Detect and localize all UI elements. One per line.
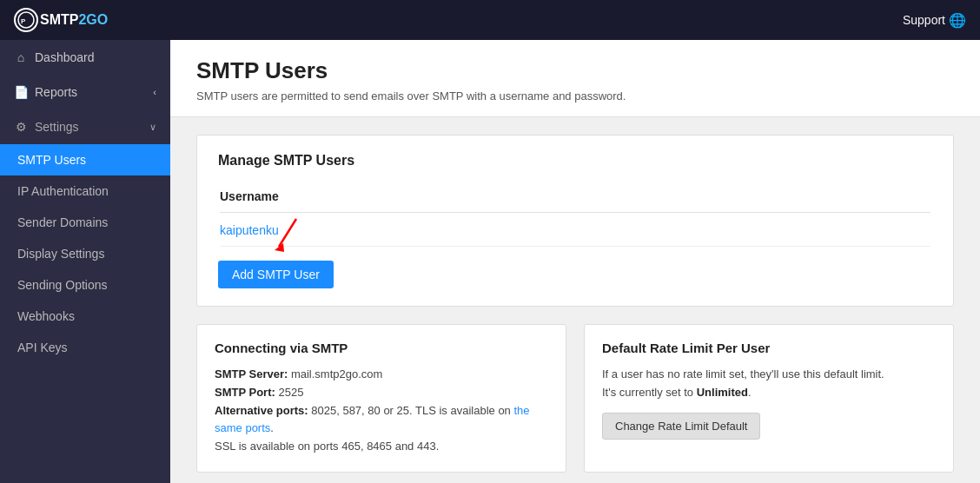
page-subtitle: SMTP users are permitted to send emails …: [196, 89, 954, 103]
svg-text:P: P: [21, 17, 26, 25]
support-label: Support: [903, 13, 945, 27]
support-link[interactable]: Support 🌐: [903, 12, 966, 29]
logo-text: SMTP2GO: [40, 12, 108, 28]
sidebar-label-sending-options: Sending Options: [17, 278, 108, 292]
sidebar-item-reports[interactable]: 📄 Reports ‹: [0, 75, 170, 109]
top-nav: P SMTP2GO Support 🌐: [0, 0, 980, 40]
sidebar: ⌂ Dashboard 📄 Reports ‹ ⚙ Settings ∨ SMT…: [0, 40, 170, 483]
col-username: Username: [220, 184, 930, 213]
sidebar-label-reports: Reports: [35, 85, 77, 99]
table-row: kaiputenku: [220, 215, 930, 247]
settings-icon: ⚙: [14, 120, 28, 134]
server-value: mail.smtp2go.com: [291, 367, 382, 380]
manage-users-title: Manage SMTP Users: [218, 153, 932, 169]
sidebar-item-smtp-users[interactable]: SMTP Users: [0, 144, 170, 175]
rate-limit-info: If a user has no rate limit set, they'll…: [602, 366, 936, 402]
connecting-card: Connecting via SMTP SMTP Server: mail.sm…: [196, 324, 566, 473]
sidebar-item-sending-options[interactable]: Sending Options: [0, 269, 170, 301]
port-value: 2525: [278, 386, 303, 399]
unlimited-label: Unlimited: [697, 386, 748, 399]
support-icon: 🌐: [949, 12, 966, 29]
sidebar-label-display-settings: Display Settings: [17, 247, 104, 261]
sidebar-label-settings: Settings: [35, 120, 79, 134]
sidebar-item-api-keys[interactable]: API Keys: [0, 332, 170, 363]
manage-users-card-body: Manage SMTP Users Username kaiputenku: [197, 136, 953, 306]
sidebar-label-ip-auth: IP Authentication: [17, 184, 109, 198]
server-label: SMTP Server:: [215, 367, 288, 380]
connecting-info: SMTP Server: mail.smtp2go.com SMTP Port:…: [215, 366, 548, 456]
sidebar-label-smtp-users: SMTP Users: [17, 153, 86, 167]
rate-limit-desc2: It's currently set to: [602, 386, 697, 399]
add-smtp-user-button[interactable]: Add SMTP User: [218, 261, 334, 288]
sidebar-label-webhooks: Webhooks: [17, 309, 75, 323]
port-label: SMTP Port:: [215, 386, 275, 399]
logo-go: 2GO: [78, 12, 108, 27]
sidebar-item-webhooks[interactable]: Webhooks: [0, 301, 170, 332]
add-button-container: Add SMTP User: [218, 248, 334, 288]
sidebar-item-settings[interactable]: ⚙ Settings ∨: [0, 109, 170, 144]
users-table: Username kaiputenku: [218, 182, 932, 248]
sidebar-item-sender-domains[interactable]: Sender Domains: [0, 207, 170, 238]
logo: P SMTP2GO: [14, 8, 108, 32]
reports-arrow-icon: ‹: [153, 87, 156, 97]
settings-arrow-icon: ∨: [149, 122, 156, 133]
connecting-title: Connecting via SMTP: [215, 341, 548, 355]
change-rate-limit-button[interactable]: Change Rate Limit Default: [602, 413, 760, 440]
username-link[interactable]: kaiputenku: [220, 223, 279, 237]
sidebar-item-ip-authentication[interactable]: IP Authentication: [0, 175, 170, 207]
rate-limit-desc1: If a user has no rate limit set, they'll…: [602, 367, 884, 380]
page-header: SMTP Users SMTP users are permitted to s…: [170, 40, 980, 117]
manage-users-card: Manage SMTP Users Username kaiputenku: [196, 135, 954, 307]
sidebar-label-api-keys: API Keys: [17, 341, 68, 354]
home-icon: ⌂: [14, 50, 28, 64]
main-content: SMTP Users SMTP users are permitted to s…: [170, 40, 980, 483]
reports-icon: 📄: [14, 85, 28, 99]
rate-limit-title: Default Rate Limit Per User: [602, 341, 936, 355]
page-title: SMTP Users: [196, 57, 954, 84]
sidebar-item-dashboard[interactable]: ⌂ Dashboard: [0, 40, 170, 75]
ssl-note: SSL is available on ports 465, 8465 and …: [215, 440, 439, 453]
content-area: Manage SMTP Users Username kaiputenku: [170, 117, 980, 483]
rate-limit-desc3: .: [748, 386, 752, 399]
logo-icon: P: [14, 8, 38, 32]
alt-ports-label: Alternative ports:: [215, 404, 308, 417]
main-layout: ⌂ Dashboard 📄 Reports ‹ ⚙ Settings ∨ SMT…: [0, 40, 980, 483]
sidebar-label-dashboard: Dashboard: [35, 50, 95, 64]
sidebar-label-sender-domains: Sender Domains: [17, 215, 108, 229]
sidebar-item-display-settings[interactable]: Display Settings: [0, 238, 170, 269]
rate-limit-card: Default Rate Limit Per User If a user ha…: [584, 324, 954, 473]
table-cell-username: kaiputenku: [220, 215, 930, 247]
bottom-cards: Connecting via SMTP SMTP Server: mail.sm…: [196, 324, 954, 473]
